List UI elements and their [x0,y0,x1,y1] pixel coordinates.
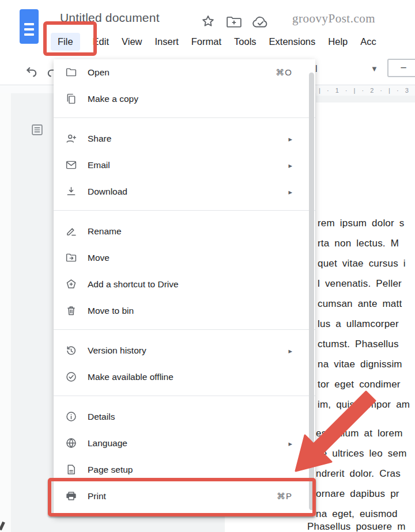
menu-item-share[interactable]: Share▸ [54,126,315,152]
menubar: FileEditViewInsertFormatToolsExtensionsH… [51,31,376,52]
menu-item-version-history[interactable]: Version history▸ [54,337,315,364]
envelope-icon [65,159,79,172]
offline-check-icon [65,371,79,383]
document-text-line: lus a ullamcorper [318,314,410,334]
menu-item-add-a-shortcut-to-drive[interactable]: Add a shortcut to Drive [54,271,315,298]
document-text-line: quet vitae cursus i [318,253,410,273]
menu-item-label: Rename [88,226,292,237]
folder-icon [65,66,79,79]
document-text-line: ctumst. Phasellus [318,334,410,354]
drive-shortcut-icon [65,278,79,291]
document-text-line: im, quis tempor am [318,394,410,415]
document-text-line: rem ipsum dolor s [318,213,410,233]
copy-icon [65,93,79,105]
menu-item-label: Language [88,438,288,449]
submenu-arrow-icon: ▸ [288,161,292,170]
docs-logo-line [24,23,34,25]
menu-item-label: Page setup [88,465,292,475]
document-text-line: estibulum at lorem [316,423,407,443]
menu-item-shortcut: ⌘O [276,67,292,78]
watermark-text: groovyPost.com [292,12,375,26]
menu-item-make-available-offline[interactable]: Make available offline [54,364,315,390]
move-folder-icon[interactable] [226,16,242,31]
submenu-arrow-icon: ▸ [288,347,292,355]
menu-scrollbar[interactable] [309,73,314,510]
person-add-icon [65,132,79,145]
chevron-down-icon[interactable]: ▼ [371,64,378,73]
menubar-item-format[interactable]: Format [191,36,221,47]
menu-item-download[interactable]: Download▸ [54,178,315,205]
file-highlight-box [43,21,97,56]
file-menu: Open⌘OMake a copyShare▸Email▸Download▸Re… [54,59,315,516]
document-paragraph: rem ipsum dolor srta non lectus. Mquet v… [318,213,410,415]
menubar-item-help[interactable]: Help [328,36,348,47]
folder-move-icon [65,252,79,264]
document-outline-icon[interactable] [30,121,44,141]
menu-item-label: Move to bin [88,306,292,316]
undo-icon[interactable] [24,64,39,82]
page-setup-icon [65,463,79,476]
google-docs-logo-icon[interactable] [20,9,39,44]
document-text-line: Phasellus posuere m [307,521,406,532]
info-icon [65,411,79,423]
document-paragraph: estibulum at loremae ultrices leo semndr… [316,423,407,524]
left-gutter [0,93,11,532]
document-text-line: rta non lectus. M [318,233,410,253]
globe-icon [65,437,79,450]
submenu-arrow-icon: ▸ [288,188,292,196]
decrease-font-size-button[interactable]: − [387,59,415,77]
print-highlight-box [48,478,316,516]
menu-divider [54,117,315,118]
docs-logo-line [24,28,34,31]
menu-item-label: Version history [88,345,288,356]
horizontal-ruler: | · 1 · | · 2 · | · 3 · [316,85,415,96]
document-text-line: na vitae dignissim [318,354,410,374]
menu-item-move[interactable]: Move [54,245,315,271]
history-icon [65,344,79,357]
menubar-item-insert[interactable]: Insert [155,36,179,47]
menu-item-label: Move [88,253,292,263]
document-text-line: ae ultrices leo sem [316,443,407,463]
menu-divider [54,210,315,211]
pencil-icon [65,225,79,238]
menubar-item-acc[interactable]: Acc [360,36,376,47]
menubar-item-extensions[interactable]: Extensions [269,36,316,47]
menu-item-make-a-copy[interactable]: Make a copy [54,86,315,112]
star-icon[interactable] [201,14,216,31]
menu-item-label: Download [88,187,288,197]
menubar-item-tools[interactable]: Tools [234,36,256,47]
menu-item-label: Email [88,160,288,170]
menu-item-label: Details [88,412,292,422]
menu-item-rename[interactable]: Rename [54,218,315,245]
menu-item-label: Make a copy [88,94,292,104]
document-text-line: tor eget condimer [318,374,410,394]
menu-item-move-to-bin[interactable]: Move to bin [54,298,315,324]
document-text-line: ndrerit dolor. Cras [316,463,407,484]
menu-item-open[interactable]: Open⌘O [54,59,315,86]
menu-item-label: Open [88,67,276,78]
menu-item-email[interactable]: Email▸ [54,152,315,178]
document-text-line: cumsan ante matt [318,294,410,314]
download-icon [65,185,79,198]
menubar-item-view[interactable]: View [122,36,142,47]
submenu-arrow-icon: ▸ [288,135,292,143]
menu-item-language[interactable]: Language▸ [54,430,315,457]
menu-divider [54,396,315,396]
trash-icon [65,305,79,317]
menu-item-label: Share [88,134,288,144]
document-text-line: l venenatis. Peller [318,273,410,294]
document-text-line: ornare dapibus pr [316,484,407,504]
docs-logo-line [24,33,34,36]
submenu-arrow-icon: ▸ [288,439,292,448]
menu-item-label: Add a shortcut to Drive [88,279,292,290]
menu-item-details[interactable]: Details [54,404,315,430]
menu-item-label: Make available offline [88,372,292,382]
cloud-status-icon[interactable] [251,16,270,31]
menu-divider [54,329,315,330]
